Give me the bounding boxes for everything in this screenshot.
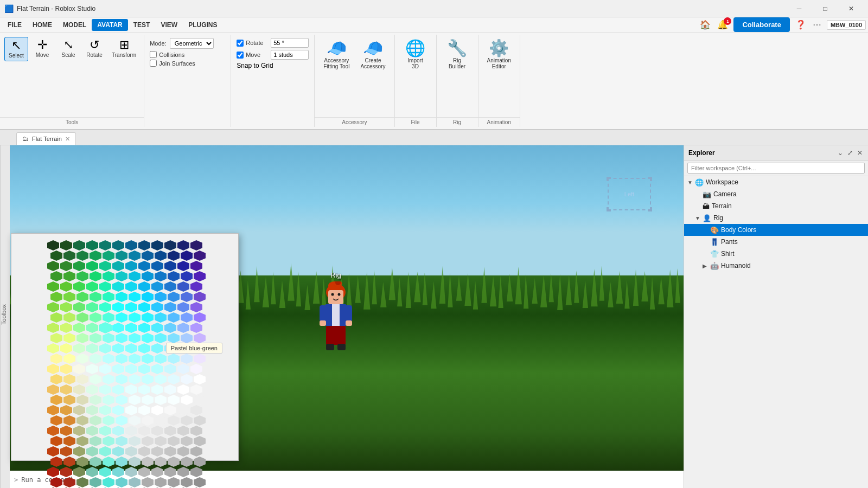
menu-plugins[interactable]: PLUGINS	[183, 19, 222, 31]
hex-color-10-10[interactable]	[177, 343, 189, 354]
hex-color-11-7[interactable]	[142, 354, 154, 364]
hex-color-23-4[interactable]	[103, 477, 114, 487]
hex-color-2-7[interactable]	[138, 261, 150, 271]
hex-color-10-8[interactable]	[151, 343, 163, 354]
snap-move-checkbox[interactable]	[237, 52, 244, 59]
hex-color-1-1[interactable]	[63, 251, 75, 261]
hex-color-17-5[interactable]	[116, 415, 127, 426]
hex-color-4-7[interactable]	[138, 281, 150, 292]
hex-color-19-9[interactable]	[168, 436, 180, 446]
hex-color-15-6[interactable]	[129, 395, 141, 405]
hex-color-21-3[interactable]	[90, 457, 101, 467]
hex-color-17-11[interactable]	[194, 415, 206, 426]
hex-color-18-0[interactable]	[47, 426, 59, 436]
hex-color-17-10[interactable]	[181, 415, 193, 426]
hex-color-15-2[interactable]	[76, 395, 88, 405]
hex-color-10-1[interactable]	[60, 343, 72, 354]
hex-color-14-6[interactable]	[125, 384, 137, 395]
hex-color-5-6[interactable]	[129, 292, 141, 302]
hex-color-4-11[interactable]	[190, 281, 202, 292]
hex-color-13-0[interactable]	[50, 374, 62, 384]
hex-color-1-2[interactable]	[76, 251, 88, 261]
hex-color-12-10[interactable]	[177, 364, 189, 374]
hex-color-0-9[interactable]	[164, 240, 176, 251]
hex-color-6-9[interactable]	[164, 302, 176, 312]
hex-color-0-2[interactable]	[73, 240, 85, 251]
notification-icon[interactable]: 🔔 1	[716, 20, 729, 30]
hex-color-21-1[interactable]	[63, 457, 75, 467]
hex-color-2-5[interactable]	[112, 261, 124, 271]
color-picker-popup[interactable]: Pastel blue-green	[11, 233, 239, 461]
hex-color-21-8[interactable]	[155, 457, 167, 467]
hex-color-13-7[interactable]	[142, 374, 154, 384]
hex-color-5-11[interactable]	[194, 292, 206, 302]
help-icon[interactable]: ❓	[794, 18, 807, 31]
hex-color-6-0[interactable]	[47, 302, 59, 312]
hex-color-20-10[interactable]	[177, 446, 189, 457]
animation-editor-button[interactable]: ⚙️ Animation Editor	[483, 37, 515, 73]
tree-item-shirt[interactable]: 👕 Shirt	[684, 248, 868, 260]
hex-color-7-3[interactable]	[90, 312, 101, 323]
hex-color-20-9[interactable]	[164, 446, 176, 457]
hex-color-6-2[interactable]	[73, 302, 85, 312]
hex-color-5-7[interactable]	[142, 292, 154, 302]
menu-avatar[interactable]: AVATAR	[92, 19, 127, 31]
panel-close-icon[interactable]: ✕	[856, 148, 864, 158]
join-surfaces-checkbox[interactable]	[150, 60, 157, 67]
hex-color-15-0[interactable]	[50, 395, 62, 405]
hex-color-0-8[interactable]	[151, 240, 163, 251]
create-accessory-button[interactable]: 🧢 Create Accessory	[356, 37, 390, 73]
snap-move-input[interactable]	[271, 50, 309, 60]
hex-color-10-5[interactable]	[112, 343, 124, 354]
menu-view[interactable]: VIEW	[155, 19, 183, 31]
hex-color-7-4[interactable]	[103, 312, 114, 323]
hex-color-8-11[interactable]	[190, 323, 202, 333]
hex-color-16-0[interactable]	[47, 405, 59, 415]
hex-color-18-2[interactable]	[73, 426, 85, 436]
hex-color-8-6[interactable]	[125, 323, 137, 333]
hex-color-9-1[interactable]	[63, 333, 75, 343]
hex-color-11-5[interactable]	[116, 354, 127, 364]
hex-color-2-1[interactable]	[60, 261, 72, 271]
hex-color-11-2[interactable]	[76, 354, 88, 364]
hex-color-7-6[interactable]	[129, 312, 141, 323]
hex-color-18-8[interactable]	[151, 426, 163, 436]
hex-color-8-2[interactable]	[73, 323, 85, 333]
snap-rotate-input[interactable]	[271, 38, 309, 48]
hex-color-3-7[interactable]	[142, 271, 154, 281]
hex-color-17-9[interactable]	[168, 415, 180, 426]
hex-color-4-2[interactable]	[73, 281, 85, 292]
hex-color-17-2[interactable]	[76, 415, 88, 426]
hex-color-22-6[interactable]	[125, 467, 137, 477]
hex-color-3-9[interactable]	[168, 271, 180, 281]
hex-color-21-7[interactable]	[142, 457, 154, 467]
panel-collapse-icon[interactable]: ⌄	[837, 148, 844, 158]
hex-color-2-0[interactable]	[47, 261, 59, 271]
hex-color-12-5[interactable]	[112, 364, 124, 374]
hex-color-17-8[interactable]	[155, 415, 167, 426]
hex-color-16-3[interactable]	[86, 405, 98, 415]
accessory-fitting-tool-button[interactable]: 🧢 Accessory Fitting Tool	[319, 37, 354, 73]
hex-color-5-9[interactable]	[168, 292, 180, 302]
hex-color-12-3[interactable]	[86, 364, 98, 374]
hex-color-14-4[interactable]	[99, 384, 111, 395]
hex-color-11-11[interactable]	[194, 354, 206, 364]
hex-color-23-10[interactable]	[181, 477, 193, 487]
hex-color-9-6[interactable]	[129, 333, 141, 343]
tab-close-button[interactable]: ✕	[65, 136, 70, 143]
hex-color-4-10[interactable]	[177, 281, 189, 292]
hex-color-19-0[interactable]	[50, 436, 62, 446]
hex-color-11-1[interactable]	[63, 354, 75, 364]
hex-color-8-8[interactable]	[151, 323, 163, 333]
hex-color-5-10[interactable]	[181, 292, 193, 302]
hex-color-15-10[interactable]	[181, 395, 193, 405]
hex-color-11-0[interactable]	[50, 354, 62, 364]
hex-color-1-0[interactable]	[50, 251, 62, 261]
hex-color-21-4[interactable]	[103, 457, 114, 467]
hex-color-7-1[interactable]	[63, 312, 75, 323]
hex-color-13-4[interactable]	[103, 374, 114, 384]
hex-color-23-0[interactable]	[50, 477, 62, 487]
hex-color-13-2[interactable]	[76, 374, 88, 384]
hex-color-23-9[interactable]	[168, 477, 180, 487]
hex-color-21-5[interactable]	[116, 457, 127, 467]
